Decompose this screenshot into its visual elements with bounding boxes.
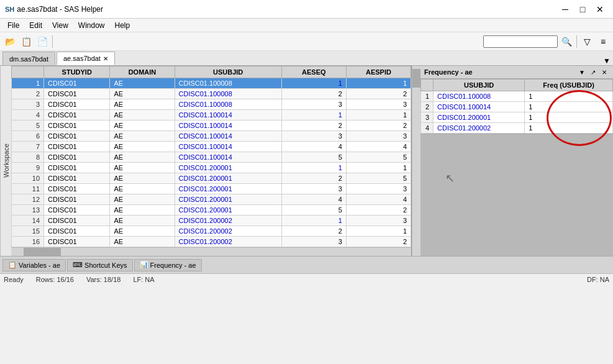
freq-row-num: 3: [421, 112, 434, 123]
table-row: 9: [12, 163, 44, 173]
freq-panel: Frequency - ae ▼ ↗ ✕ USUBJID Freq (USUBJ…: [420, 66, 613, 256]
table-cell-aespid: 4: [346, 142, 411, 152]
v-scrollbar[interactable]: [412, 66, 420, 256]
status-bar: Ready Rows: 16/16 Vars: 18/18 LF: NA DF:…: [0, 273, 613, 284]
toolbar-copy1[interactable]: 📋: [19, 34, 34, 49]
table-cell-aespid: 2: [346, 89, 411, 99]
filter-options[interactable]: ≡: [596, 34, 611, 49]
bottom-tab-shortcuts[interactable]: ⌨ Shortcut Keys: [67, 259, 132, 271]
toolbar-open[interactable]: 📂: [2, 34, 17, 49]
table-cell-studyid: CDISC01: [44, 163, 110, 173]
tab-bar: dm.sas7bdat ae.sas7bdat ✕ ▼: [0, 51, 613, 66]
bottom-tab-variables[interactable]: 📋 Variables - ae: [2, 259, 66, 271]
freq-cell-usubjid: CDISC01.100014: [434, 102, 525, 112]
freq-cell-usubjid: CDISC01.100008: [434, 91, 525, 102]
table-cell-aeseq: 2: [281, 173, 346, 184]
bottom-tab-frequency[interactable]: 📊 Frequency - ae: [134, 259, 202, 271]
table-cell-studyid: CDISC01: [44, 121, 110, 131]
toolbar: 📂 📋 📄 🔍 ▽ ≡: [0, 32, 613, 51]
table-cell-aeseq: 1: [281, 78, 346, 89]
table-row: 3: [12, 99, 44, 110]
freq-table-area: USUBJID Freq (USUBJID) 1 CDISC01.100008 …: [420, 79, 613, 134]
search-button[interactable]: 🔍: [559, 34, 574, 49]
bottom-tab-frequency-icon: 📊: [140, 261, 148, 269]
table-cell-aespid: 3: [346, 131, 411, 142]
freq-cell-freq: 1: [525, 123, 613, 134]
table-cell-domain: AE: [110, 226, 175, 237]
table-cell-domain: AE: [110, 205, 175, 216]
maximize-button[interactable]: □: [574, 3, 591, 16]
left-section: STUDYID DOMAIN USUBJID AESEQ AESPID 1 CD…: [11, 66, 420, 256]
col-header-rownum: [12, 66, 44, 78]
table-cell-aeseq: 2: [281, 121, 346, 131]
toolbar-copy2[interactable]: 📄: [35, 34, 50, 49]
menu-view[interactable]: View: [47, 20, 73, 31]
status-df: DF: NA: [587, 276, 609, 283]
table-cell-usubjid: CDISC01.200002: [175, 216, 281, 226]
col-header-usubjid: USUBJID: [175, 66, 281, 78]
menu-help[interactable]: Help: [110, 20, 135, 31]
table-cell-domain: AE: [110, 121, 175, 131]
tab-dropdown[interactable]: ▼: [603, 57, 611, 65]
search-input[interactable]: [483, 35, 558, 48]
table-cell-studyid: CDISC01: [44, 89, 110, 99]
data-table-container[interactable]: STUDYID DOMAIN USUBJID AESEQ AESPID 1 CD…: [11, 66, 411, 247]
table-cell-aeseq: 3: [281, 99, 346, 110]
filter-button[interactable]: ▽: [579, 34, 594, 49]
h-scrollbar[interactable]: [11, 247, 411, 256]
table-row: 8: [12, 152, 44, 163]
workspace-label[interactable]: Workspace: [0, 66, 11, 256]
app-icon: SH: [5, 6, 14, 13]
menu-edit[interactable]: Edit: [24, 20, 47, 31]
freq-close-button[interactable]: ✕: [599, 67, 609, 77]
minimize-button[interactable]: ─: [557, 3, 573, 16]
table-cell-aeseq: 5: [281, 152, 346, 163]
tab-ae[interactable]: ae.sas7bdat ✕: [57, 52, 115, 65]
menu-window[interactable]: Window: [73, 20, 110, 31]
table-cell-aespid: 2: [346, 237, 411, 247]
table-cell-studyid: CDISC01: [44, 216, 110, 226]
table-cell-usubjid: CDISC01.100008: [175, 89, 281, 99]
table-cell-domain: AE: [110, 152, 175, 163]
table-cell-aespid: 3: [346, 99, 411, 110]
table-cell-studyid: CDISC01: [44, 110, 110, 121]
table-cell-aeseq: 4: [281, 142, 346, 152]
table-cell-domain: AE: [110, 216, 175, 226]
table-cell-domain: AE: [110, 237, 175, 247]
status-lf: LF: NA: [133, 276, 154, 283]
table-cell-aeseq: 1: [281, 216, 346, 226]
table-row: 10: [12, 173, 44, 184]
close-button[interactable]: ✕: [592, 3, 608, 16]
freq-pin-button[interactable]: ▼: [577, 67, 587, 77]
tab-ae-label: ae.sas7bdat: [63, 55, 101, 62]
menu-bar: File Edit View Window Help: [0, 19, 613, 32]
bottom-tab-variables-icon: 📋: [8, 261, 17, 269]
freq-cell-freq: 1: [525, 102, 613, 112]
table-cell-studyid: CDISC01: [44, 205, 110, 216]
table-cell-studyid: CDISC01: [44, 152, 110, 163]
menu-file[interactable]: File: [2, 20, 24, 31]
table-cell-usubjid: CDISC01.100008: [175, 99, 281, 110]
table-cell-studyid: CDISC01: [44, 142, 110, 152]
table-cell-aeseq: 1: [281, 163, 346, 173]
table-cell-usubjid: CDISC01.100008: [175, 78, 281, 89]
tab-dm[interactable]: dm.sas7bdat: [2, 52, 55, 65]
tab-ae-close[interactable]: ✕: [103, 55, 108, 62]
status-rows: Rows: 16/16: [36, 276, 74, 283]
table-cell-usubjid: CDISC01.200002: [175, 237, 281, 247]
table-cell-aeseq: 4: [281, 194, 346, 205]
table-cell-usubjid: CDISC01.200001: [175, 163, 281, 173]
v-scroll-thumb: [412, 69, 420, 88]
table-cell-aespid: 1: [346, 226, 411, 237]
table-cell-aespid: 1: [346, 163, 411, 173]
cursor-indicator: ↖: [420, 171, 613, 185]
col-header-aeseq: AESEQ: [281, 66, 346, 78]
freq-float-button[interactable]: ↗: [588, 67, 598, 77]
table-cell-studyid: CDISC01: [44, 184, 110, 194]
table-row: 6: [12, 131, 44, 142]
table-row: 14: [12, 216, 44, 226]
table-row: 7: [12, 142, 44, 152]
freq-cell-usubjid: CDISC01.200001: [434, 112, 525, 123]
freq-row-num: 1: [421, 91, 434, 102]
table-row: 15: [12, 226, 44, 237]
